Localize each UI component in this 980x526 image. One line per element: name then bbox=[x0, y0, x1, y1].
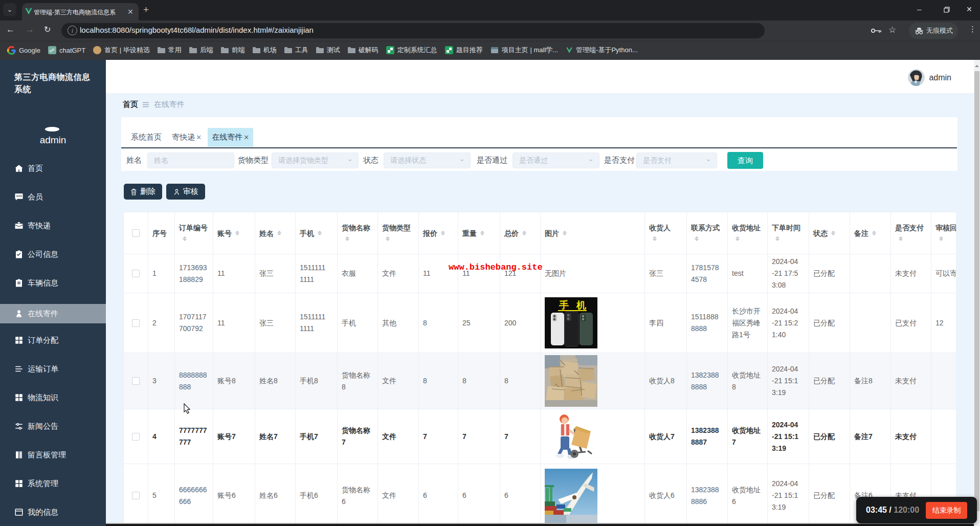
svg-text:机: 机 bbox=[576, 300, 586, 311]
svg-text:手: 手 bbox=[559, 300, 569, 311]
